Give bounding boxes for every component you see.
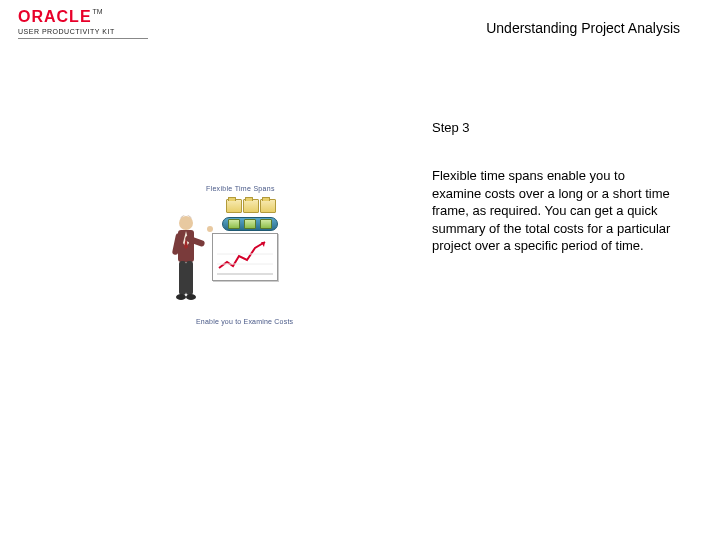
illustration-caption-top: Flexible Time Spans: [206, 185, 275, 192]
product-line-label: USER PRODUCTIVITY KIT: [18, 28, 148, 39]
trademark-symbol: TM: [93, 8, 103, 15]
page-title: Understanding Project Analysis: [486, 20, 680, 36]
header: ORACLETM USER PRODUCTIVITY KIT Understan…: [0, 0, 720, 48]
svg-point-13: [176, 294, 186, 300]
svg-point-10: [207, 226, 213, 232]
concept-illustration: Flexible Time Spans Enable you to Examin…: [170, 185, 320, 325]
timeline-pill-icon: [222, 217, 278, 231]
svg-point-4: [179, 216, 193, 230]
svg-rect-12: [186, 261, 193, 295]
chart-board-icon: [212, 233, 278, 281]
content-block: Step 3 Flexible time spans enable you to…: [432, 120, 672, 255]
illustration-caption-bottom: Enable you to Examine Costs: [196, 318, 293, 325]
folders-icon: [226, 199, 277, 217]
body-paragraph: Flexible time spans enable you to examin…: [432, 167, 672, 255]
presenter-person-icon: [170, 213, 214, 309]
svg-point-14: [186, 294, 196, 300]
trend-line-icon: [217, 238, 273, 276]
brand-wordmark: ORACLE: [18, 8, 92, 26]
step-label: Step 3: [432, 120, 672, 135]
brand-logo: ORACLETM USER PRODUCTIVITY KIT: [18, 8, 148, 39]
svg-rect-11: [179, 261, 186, 295]
